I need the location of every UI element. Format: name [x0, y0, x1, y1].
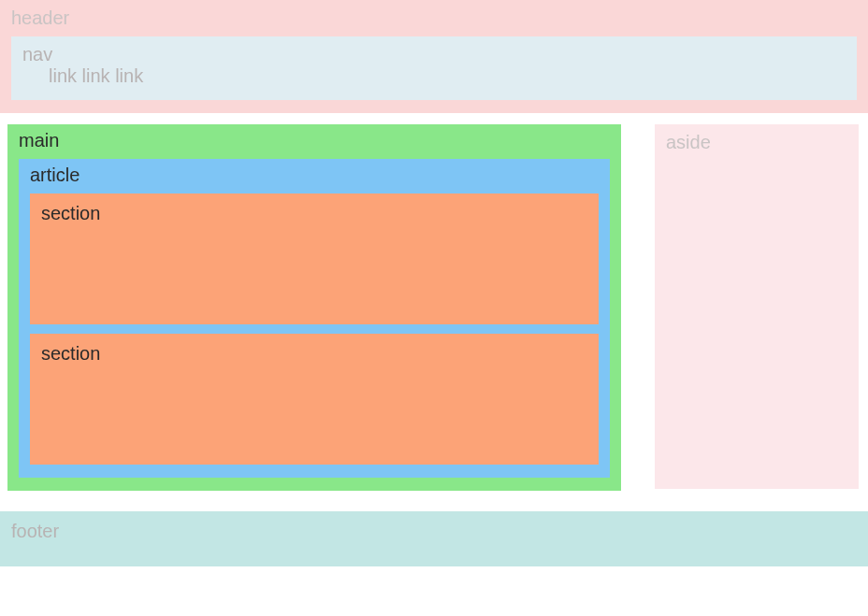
nav-links: link link link [22, 65, 846, 87]
main-label: main [19, 130, 610, 151]
nav-label: nav [22, 44, 846, 65]
nav-link[interactable]: link [49, 65, 77, 86]
footer-region: footer [0, 511, 868, 566]
article-region: article section section [19, 159, 610, 478]
header-label: header [11, 7, 857, 29]
header-region: header nav link link link [0, 0, 868, 113]
aside-label: aside [666, 132, 847, 153]
section-region: section [30, 334, 599, 465]
nav-link[interactable]: link [82, 65, 110, 86]
footer-label: footer [11, 521, 857, 542]
nav-link[interactable]: link [115, 65, 143, 86]
section-label: section [41, 203, 587, 224]
section-region: section [30, 193, 599, 324]
nav-region: nav link link link [11, 36, 857, 100]
main-region: main article section section [7, 124, 621, 491]
section-label: section [41, 343, 587, 365]
aside-region: aside [655, 124, 859, 489]
article-label: article [30, 165, 599, 186]
content-row: main article section section aside [0, 113, 868, 491]
